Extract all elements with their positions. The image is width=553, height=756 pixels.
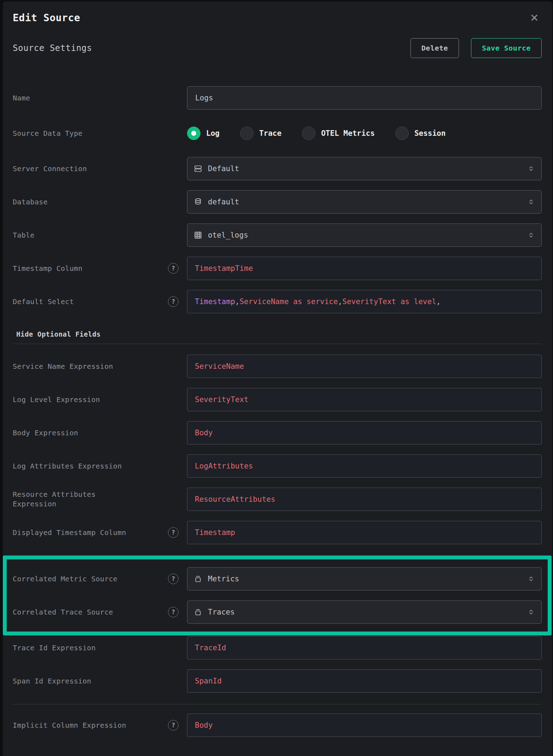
trace-id-expression-row: Trace Id Expression TraceId	[13, 636, 542, 659]
chevron-up-down-icon	[527, 231, 535, 239]
table-icon	[194, 231, 202, 239]
default-select-row: Default Select ? Timestamp, ServiceName …	[13, 290, 542, 313]
radio-selected-icon[interactable]	[187, 127, 200, 140]
body-expression-label: Body Expression	[13, 429, 78, 437]
table-select[interactable]: otel_logs	[187, 223, 542, 247]
trace-id-expression-input[interactable]: TraceId	[187, 636, 542, 659]
radio-unselected-icon[interactable]	[302, 127, 315, 140]
edit-source-modal: Edit Source ✕ Source Settings Delete Sav…	[3, 1, 552, 756]
database-icon	[194, 198, 202, 206]
log-level-expression-input[interactable]: SeverityText	[187, 388, 542, 411]
timestamp-column-label: Timestamp Column	[13, 264, 82, 273]
log-attributes-expression-label: Log Attributes Expression	[13, 462, 122, 470]
correlated-trace-source-label: Correlated Trace Source	[13, 608, 113, 616]
name-field-row: Name Logs	[13, 86, 542, 110]
timestamp-column-input[interactable]: TimestampTime	[187, 257, 542, 280]
sql-token: ServiceName as service	[239, 297, 338, 306]
displayed-timestamp-column-row: Displayed Timestamp Column ? Timestamp	[13, 521, 542, 544]
sql-token: SeverityText as level	[342, 297, 436, 306]
expression-value: ServiceName	[195, 362, 244, 371]
service-name-expression-row: Service Name Expression ServiceName	[13, 355, 542, 378]
expression-value: Body	[195, 721, 213, 729]
correlated-trace-source-value: Traces	[208, 608, 235, 616]
database-select[interactable]: default	[187, 190, 542, 214]
delete-button[interactable]: Delete	[411, 38, 459, 58]
table-value: otel_logs	[208, 231, 248, 239]
source-data-type-label: Source Data Type	[13, 129, 82, 138]
server-connection-select[interactable]: Default	[187, 157, 542, 180]
server-icon	[194, 164, 202, 173]
help-icon[interactable]: ?	[168, 720, 179, 731]
correlated-metric-source-row: Correlated Metric Source ? Metrics	[13, 567, 542, 591]
database-row: Database default	[13, 190, 542, 214]
implicit-column-expression-label: Implicit Column Expression	[13, 721, 126, 729]
expression-value: Timestamp	[195, 528, 235, 537]
default-select-label: Default Select	[13, 297, 74, 306]
name-value: Logs	[195, 94, 213, 102]
resource-attributes-expression-label: Resource Attributes Expression	[13, 490, 105, 509]
source-box-icon	[194, 575, 202, 583]
radio-option-trace[interactable]: Trace	[240, 127, 281, 140]
body-expression-row: Body Expression Body	[13, 421, 542, 444]
correlated-metric-source-label: Correlated Metric Source	[13, 575, 117, 583]
chevron-up-down-icon	[527, 575, 535, 583]
resource-attributes-expression-input[interactable]: ResourceAttributes	[187, 488, 542, 511]
sql-token: ,	[436, 297, 441, 306]
log-attributes-expression-input[interactable]: LogAttributes	[187, 454, 542, 478]
help-icon[interactable]: ?	[168, 607, 179, 617]
close-icon[interactable]: ✕	[527, 12, 542, 24]
section-title: Source Settings	[13, 43, 92, 53]
expression-value: LogAttributes	[195, 462, 253, 470]
source-data-type-row: Source Data Type Log Trace OTEL Metrics …	[13, 127, 542, 140]
divider	[13, 704, 542, 704]
sql-token: Timestamp	[195, 297, 235, 306]
timestamp-column-row: Timestamp Column ? TimestampTime	[13, 257, 542, 280]
name-input[interactable]: Logs	[187, 86, 542, 110]
table-label: Table	[13, 231, 35, 239]
radio-unselected-icon[interactable]	[395, 127, 409, 140]
correlated-metric-source-value: Metrics	[208, 575, 239, 583]
log-level-expression-row: Log Level Expression SeverityText	[13, 388, 542, 411]
radio-unselected-icon[interactable]	[240, 127, 254, 140]
span-id-expression-input[interactable]: SpanId	[187, 669, 542, 693]
radio-option-otel-metrics[interactable]: OTEL Metrics	[302, 127, 375, 140]
radio-option-session[interactable]: Session	[395, 127, 446, 140]
modal-title: Edit Source	[13, 12, 80, 24]
implicit-column-expression-row: Implicit Column Expression ? Body	[13, 714, 542, 737]
expression-value: SeverityText	[195, 395, 249, 404]
help-icon[interactable]: ?	[168, 527, 179, 538]
divider	[13, 344, 542, 344]
span-id-expression-row: Span Id Expression SpanId	[13, 669, 542, 693]
correlated-metric-source-select[interactable]: Metrics	[187, 567, 542, 591]
expression-value: Body	[195, 429, 213, 437]
chevron-up-down-icon	[527, 165, 535, 173]
help-icon[interactable]: ?	[168, 263, 179, 274]
service-name-expression-label: Service Name Expression	[13, 362, 113, 371]
radio-option-log[interactable]: Log	[187, 127, 220, 140]
default-select-input[interactable]: Timestamp, ServiceName as service, Sever…	[187, 290, 542, 313]
implicit-column-expression-input[interactable]: Body	[187, 714, 542, 737]
help-icon[interactable]: ?	[168, 574, 179, 584]
timestamp-column-value: TimestampTime	[195, 264, 253, 273]
database-label: Database	[13, 198, 48, 206]
trace-id-expression-label: Trace Id Expression	[13, 644, 95, 652]
hide-optional-fields-toggle[interactable]: Hide Optional Fields	[16, 330, 542, 338]
source-data-type-radio-group: Log Trace OTEL Metrics Session	[187, 127, 446, 140]
server-connection-label: Server Connection	[13, 164, 87, 173]
displayed-timestamp-column-label: Displayed Timestamp Column	[13, 528, 126, 537]
span-id-expression-label: Span Id Expression	[13, 677, 91, 685]
name-label: Name	[13, 94, 30, 102]
server-connection-value: Default	[208, 164, 239, 173]
save-source-button[interactable]: Save Source	[471, 38, 542, 58]
source-box-icon	[194, 608, 202, 616]
help-icon[interactable]: ?	[168, 296, 179, 307]
chevron-up-down-icon	[527, 198, 535, 206]
correlated-trace-source-select[interactable]: Traces	[187, 600, 542, 624]
body-expression-input[interactable]: Body	[187, 421, 542, 444]
sql-token: ,	[338, 297, 343, 306]
displayed-timestamp-column-input[interactable]: Timestamp	[187, 521, 542, 544]
log-attributes-expression-row: Log Attributes Expression LogAttributes	[13, 454, 542, 478]
expression-value: TraceId	[195, 644, 226, 652]
service-name-expression-input[interactable]: ServiceName	[187, 355, 542, 378]
log-level-expression-label: Log Level Expression	[13, 395, 100, 404]
